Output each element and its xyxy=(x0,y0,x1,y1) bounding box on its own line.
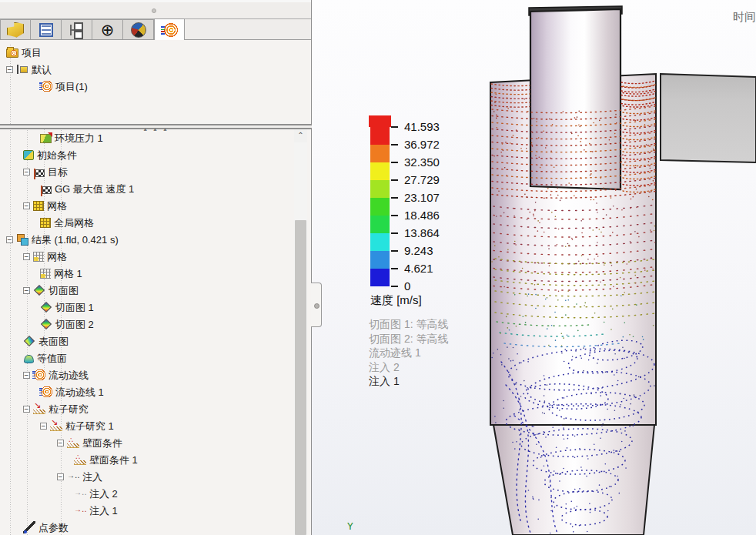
tree-item-label: 项目 xyxy=(22,45,42,60)
analysis-tree-row-1[interactable]: 初始条件 xyxy=(0,146,295,163)
analysis-tree-row-21[interactable]: 注入 2 xyxy=(0,485,295,502)
manager-tab-1[interactable] xyxy=(31,19,62,39)
expand-toggle-icon[interactable]: − xyxy=(23,372,30,379)
legend-color-segment xyxy=(370,145,390,162)
feature-manager-icon xyxy=(7,22,24,38)
tree-item-label: 项目(1) xyxy=(55,79,88,94)
analysis-tree-row-18[interactable]: −壁面条件 xyxy=(0,434,295,451)
legend-value: 36.972 xyxy=(404,138,440,151)
analysis-tree-row-2[interactable]: −目标 xyxy=(0,163,295,180)
tree-item-label: 等值面 xyxy=(37,351,67,366)
project-tree-row-1[interactable]: −默认 xyxy=(0,61,295,78)
panel-top-splitter[interactable] xyxy=(0,0,311,19)
analysis-tree-row-14[interactable]: −流动迹线 xyxy=(0,366,295,383)
legend-color-segment xyxy=(370,162,390,180)
expand-toggle-icon[interactable]: − xyxy=(23,253,30,260)
analysis-tree-row-23[interactable]: 点参数 xyxy=(0,519,295,535)
flow-simulation-icon xyxy=(161,22,178,38)
legend-tick xyxy=(391,215,398,216)
legend-color-segment xyxy=(370,127,390,145)
legend-value: 4.621 xyxy=(404,262,433,275)
scroll-up-button[interactable]: ⌃ xyxy=(294,129,307,142)
legend-title: 速度 [m/s] xyxy=(370,293,422,308)
plot-list-item: 注入 2 xyxy=(369,360,448,375)
active-plot-list: 切面图 1: 等高线切面图 2: 等高线流动迹线 1注入 2注入 1 xyxy=(369,317,448,389)
expand-toggle-icon[interactable]: − xyxy=(40,423,47,430)
analysis-tree-row-11[interactable]: 切面图 2 xyxy=(0,316,295,333)
project-tree-row-2[interactable]: 项目(1) xyxy=(0,78,295,95)
analysis-tree-row-0[interactable]: 环境压力 1 xyxy=(0,129,295,146)
boundary-condition-icon xyxy=(40,134,52,143)
goals-icon xyxy=(35,169,45,177)
configuration-manager-icon xyxy=(69,22,85,38)
analysis-tree-row-7[interactable]: −网格 xyxy=(0,248,295,265)
tree-scrollbar[interactable]: ⌃ xyxy=(294,129,307,535)
analysis-tree-row-20[interactable]: −注入 xyxy=(0,468,295,485)
global-mesh-icon xyxy=(40,218,51,228)
goal-icon xyxy=(42,186,52,194)
mesh-settings-icon xyxy=(33,201,44,211)
expand-toggle-icon[interactable]: − xyxy=(6,66,13,73)
panel-collapse-handle[interactable] xyxy=(311,283,322,327)
mesh-results-icon xyxy=(40,269,51,279)
analysis-tree-row-13[interactable]: 等值面 xyxy=(0,349,295,366)
tree-splitter[interactable]: ▲ ▲ ▲ xyxy=(0,124,312,129)
legend-tick xyxy=(391,286,398,287)
analysis-tree-row-5[interactable]: 全局网格 xyxy=(0,214,295,231)
analysis-tree-row-4[interactable]: −网格 xyxy=(0,197,295,214)
legend-value: 32.350 xyxy=(404,155,440,169)
manager-tab-2[interactable] xyxy=(62,19,92,39)
particle-study-icon xyxy=(33,403,45,415)
expand-toggle-icon[interactable]: − xyxy=(23,169,30,176)
analysis-tree: 环境压力 1初始条件−目标GG 最大值 速度 1−网格全局网格−结果 (1.fl… xyxy=(0,129,295,535)
expand-toggle-icon[interactable]: − xyxy=(23,287,30,294)
scrollbar-thumb[interactable] xyxy=(295,220,306,535)
expand-toggle-icon[interactable]: − xyxy=(6,236,13,243)
plot-list-item: 流动迹线 1 xyxy=(369,346,448,360)
graphics-viewport[interactable]: 时间 41.59336.97232.35027.72923.10718.4861… xyxy=(312,0,756,535)
display-manager-icon xyxy=(131,22,146,38)
injection-icon xyxy=(67,470,79,483)
plot-list-item: 注入 1 xyxy=(369,374,448,389)
legend-cap xyxy=(369,115,391,127)
expand-toggle-icon[interactable]: − xyxy=(23,406,30,413)
point-parameters-icon xyxy=(23,521,35,533)
inlet-duct xyxy=(661,74,756,162)
legend-tick xyxy=(391,144,398,145)
manager-tab-3[interactable]: ⊕ xyxy=(92,19,123,39)
results-icon xyxy=(16,233,28,246)
analysis-tree-row-12[interactable]: 表面图 xyxy=(0,333,295,349)
analysis-tree-row-16[interactable]: −粒子研究 xyxy=(0,400,295,417)
legend-value: 23.107 xyxy=(404,191,440,204)
legend-value: 18.486 xyxy=(404,209,440,222)
manager-tab-5[interactable] xyxy=(154,18,185,40)
analysis-tree-row-8[interactable]: 网格 1 xyxy=(0,265,295,282)
analysis-tree-row-19[interactable]: 壁面条件 1 xyxy=(0,451,295,468)
manager-tab-4[interactable] xyxy=(123,19,154,39)
expand-toggle-icon[interactable]: − xyxy=(57,473,64,480)
tree-item-label: 网格 xyxy=(47,199,67,213)
tree-item-label: 初始条件 xyxy=(37,148,77,162)
project-folder-icon xyxy=(6,48,18,58)
pin-icon xyxy=(16,63,28,75)
legend-color-segment xyxy=(370,233,390,251)
analysis-tree-row-17[interactable]: −粒子研究 1 xyxy=(0,417,295,434)
analysis-tree-row-3[interactable]: GG 最大值 速度 1 xyxy=(0,180,295,197)
legend-value: 27.729 xyxy=(404,173,440,186)
analysis-tree-row-22[interactable]: 注入 1 xyxy=(0,502,295,519)
manager-tab-0[interactable] xyxy=(0,19,31,39)
wall-conditions-icon xyxy=(74,453,86,466)
analysis-tree-row-6[interactable]: −结果 (1.fld, 0.421 s) xyxy=(0,231,295,248)
project-tree-row-0[interactable]: 项目 xyxy=(0,44,295,61)
expand-toggle-icon[interactable]: − xyxy=(57,440,64,446)
analysis-tree-row-9[interactable]: −切面图 xyxy=(0,282,295,299)
analysis-tree-row-10[interactable]: 切面图 1 xyxy=(0,299,295,316)
tree-item-label: 流动迹线 xyxy=(49,368,89,383)
tree-item-label: 注入 xyxy=(82,470,102,484)
flow-trajectories-icon xyxy=(33,369,45,381)
analysis-tree-row-15[interactable]: 流动迹线 1 xyxy=(0,383,295,400)
tree-item-label: 结果 (1.fld, 0.421 s) xyxy=(32,232,119,247)
expand-toggle-icon[interactable]: − xyxy=(23,202,30,209)
plot-list-item: 切面图 1: 等高线 xyxy=(369,317,448,332)
cyclone-cone xyxy=(493,425,654,535)
